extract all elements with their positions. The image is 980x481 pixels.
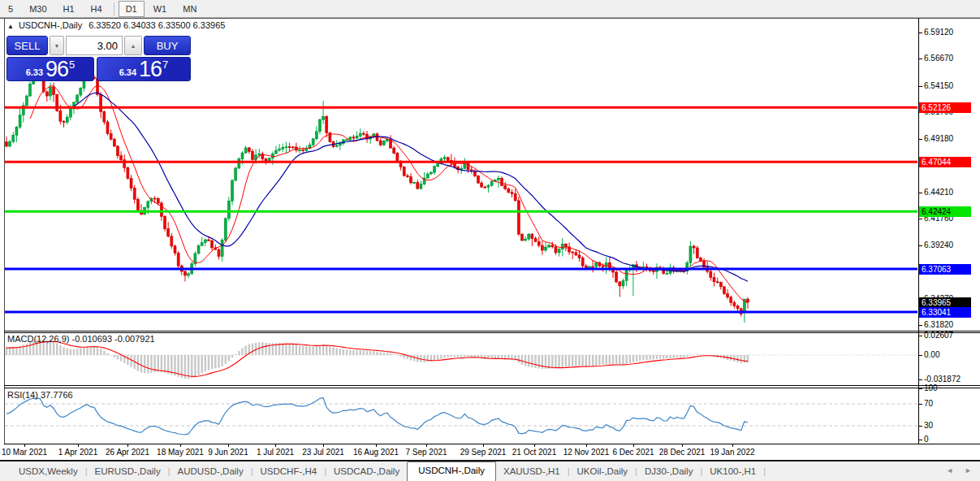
tab-scroll-right-icon[interactable]: ► bbox=[965, 466, 972, 474]
buy-price-prefix: 6.34 bbox=[119, 67, 136, 79]
buy-price-sup: 7 bbox=[162, 58, 168, 71]
sell-button[interactable]: SELL bbox=[6, 36, 48, 55]
price-level-badge: 6.42424 bbox=[919, 206, 971, 217]
timeframe-button-w1[interactable]: W1 bbox=[146, 1, 175, 17]
date-tick bbox=[426, 444, 427, 447]
chart-tab-uk100-h1[interactable]: UK100-,H1 bbox=[702, 463, 763, 481]
date-label: 1 Apr 2021 bbox=[58, 448, 97, 457]
rsi-axis-label: 30 bbox=[924, 421, 933, 431]
date-label: 21 Oct 2021 bbox=[512, 448, 556, 457]
chart-tab-xauusd-h1[interactable]: XAUUSD-,H1 bbox=[496, 463, 568, 481]
timeframe-button-m30[interactable]: M30 bbox=[22, 1, 54, 17]
date-tick bbox=[127, 444, 128, 447]
tab-separator: | bbox=[763, 466, 766, 481]
buy-price-big: 16 bbox=[139, 59, 162, 79]
volume-increase-button[interactable]: ▲ bbox=[124, 36, 142, 55]
price-axis-label: 6.56670 bbox=[924, 54, 953, 63]
one-click-trade-widget: SELL ▼ ▲ BUY 6.33965 6.34167 bbox=[6, 36, 191, 81]
date-tick bbox=[483, 444, 484, 447]
date-tick bbox=[586, 444, 587, 447]
chart-window-top-border bbox=[0, 18, 980, 19]
chart-tab-usdx-weekly[interactable]: USDX,Weekly bbox=[11, 463, 85, 481]
chart-tab-ukoil-daily[interactable]: UKOil-,Daily bbox=[569, 463, 635, 481]
rsi-axis-label: 100 bbox=[924, 384, 938, 393]
date-label: 23 Jul 2021 bbox=[302, 448, 344, 457]
sell-price-display[interactable]: 6.33965 bbox=[6, 57, 94, 81]
price-axis-label: 6.49180 bbox=[924, 134, 953, 144]
timeframe-button-mn[interactable]: MN bbox=[175, 1, 204, 17]
chart-tab-audusd-daily[interactable]: AUDUSD-,Daily bbox=[171, 463, 251, 481]
rsi-axis-label: 70 bbox=[924, 399, 933, 409]
date-tick bbox=[633, 444, 634, 447]
macd-indicator-label: MACD(12,26,9) -0.010693 -0.007921 bbox=[7, 334, 155, 344]
date-tick bbox=[682, 444, 683, 447]
main-macd-separator[interactable] bbox=[4, 331, 980, 332]
date-tick bbox=[24, 444, 25, 447]
date-tick bbox=[534, 444, 535, 447]
chart-symbol-label: USDCNH-,Daily bbox=[19, 20, 82, 30]
price-axis-label: 6.54150 bbox=[924, 81, 953, 91]
date-tick bbox=[228, 444, 229, 447]
chart-tab-usdcad-daily[interactable]: USDCAD-,Daily bbox=[326, 463, 407, 481]
volume-decrease-button[interactable]: ▼ bbox=[50, 36, 64, 55]
date-label: 10 Mar 2021 bbox=[2, 448, 47, 457]
macd-axis-label: 0.02607 bbox=[924, 331, 953, 340]
sell-price-big: 96 bbox=[45, 59, 68, 79]
sell-price-prefix: 6.33 bbox=[26, 67, 43, 79]
chart-ohlc-quote: 6.33520 6.34033 6.33500 6.33965 bbox=[89, 20, 225, 30]
buy-price-display[interactable]: 6.34167 bbox=[97, 57, 191, 81]
chart-window-left-border bbox=[4, 18, 5, 444]
date-tick bbox=[376, 444, 377, 447]
price-level-badge: 6.33041 bbox=[919, 307, 971, 318]
price-level-badge: 6.37063 bbox=[919, 264, 971, 275]
macd-rsi-separator[interactable] bbox=[4, 385, 980, 386]
price-level-badge: 6.52126 bbox=[919, 102, 971, 113]
timeframe-button-h1[interactable]: H1 bbox=[56, 1, 82, 17]
timeframe-toolbar: 5M30H1H4D1W1MN bbox=[0, 0, 980, 18]
chart-tab-usdchf-h4[interactable]: USDCHF-,H4 bbox=[253, 463, 325, 481]
date-label: 19 Jan 2022 bbox=[710, 448, 754, 457]
timeframe-button-h4[interactable]: H4 bbox=[84, 1, 110, 17]
chart-tab-dj30-daily[interactable]: DJ30-,Daily bbox=[637, 463, 700, 481]
chart-title: ▲USDCNH-,Daily6.33520 6.34033 6.33500 6.… bbox=[7, 20, 225, 30]
date-label: 9 Jun 2021 bbox=[208, 448, 248, 457]
macd-axis-label: 0.00 bbox=[924, 350, 939, 360]
date-label: 29 Sep 2021 bbox=[460, 448, 507, 457]
date-label: 7 Sep 2021 bbox=[405, 448, 447, 457]
sell-price-sup: 5 bbox=[69, 58, 75, 71]
date-tick bbox=[275, 444, 276, 447]
date-label: 18 May 2021 bbox=[157, 448, 204, 457]
trading-terminal: 5M30H1H4D1W1MN ▲USDCNH-,Daily6.33520 6.3… bbox=[0, 0, 980, 481]
buy-button[interactable]: BUY bbox=[144, 36, 191, 55]
chart-tab-eurusd-daily[interactable]: EURUSD-,Daily bbox=[88, 463, 168, 481]
price-axis-label: 6.31820 bbox=[924, 320, 953, 330]
time-axis: 10 Mar 20211 Apr 202126 Apr 202118 May 2… bbox=[0, 444, 980, 461]
timeframe-button-d1[interactable]: D1 bbox=[119, 1, 145, 17]
date-tick bbox=[78, 444, 79, 447]
rsi-panel-top-border bbox=[4, 388, 980, 388]
date-label: 12 Nov 2021 bbox=[563, 448, 610, 457]
date-tick bbox=[180, 444, 181, 447]
date-label: 6 Dec 2021 bbox=[612, 448, 654, 457]
date-label: 1 Jul 2021 bbox=[257, 448, 294, 457]
price-axis-label: 6.39240 bbox=[924, 240, 953, 250]
tab-scroll-left-icon[interactable]: ◄ bbox=[946, 466, 953, 474]
toolbar-separator bbox=[114, 2, 114, 15]
date-tick bbox=[323, 444, 324, 447]
price-axis-label: 6.59120 bbox=[924, 28, 953, 37]
rsi-indicator-label: RSI(14) 37.7766 bbox=[7, 390, 73, 400]
tab-scroll-arrows: ◄► bbox=[938, 466, 980, 481]
chart-tab-usdcnh-daily[interactable]: USDCNH-,Daily bbox=[407, 462, 496, 481]
price-level-badge: 6.47044 bbox=[919, 157, 971, 167]
price-level-badge: 6.33965 bbox=[919, 297, 971, 308]
rsi-axis-label: 0 bbox=[924, 435, 929, 444]
volume-input[interactable] bbox=[66, 36, 123, 55]
date-tick bbox=[732, 444, 733, 447]
date-label: 28 Dec 2021 bbox=[659, 448, 706, 457]
date-label: 16 Aug 2021 bbox=[353, 448, 399, 457]
collapse-arrow-icon[interactable]: ▲ bbox=[7, 23, 14, 30]
chart-tab-bar: USDX,Weekly|EURUSD-,Daily|AUDUSD-,Daily|… bbox=[0, 460, 980, 481]
macd-panel-top-border bbox=[4, 332, 980, 333]
date-label: 26 Apr 2021 bbox=[106, 448, 149, 457]
timeframe-button-5[interactable]: 5 bbox=[1, 1, 20, 17]
